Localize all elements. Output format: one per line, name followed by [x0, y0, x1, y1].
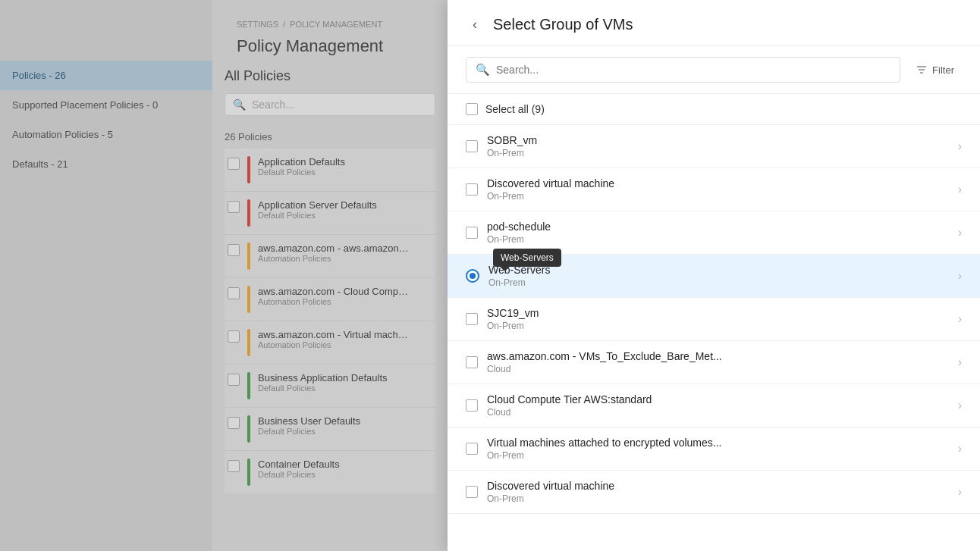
- vm-info: Discovered virtual machine On-Prem: [487, 480, 949, 504]
- drawer-header: ‹ Select Group of VMs: [448, 0, 980, 46]
- vm-list-item[interactable]: Discovered virtual machine On-Prem ›: [448, 471, 980, 514]
- back-button[interactable]: ‹: [466, 15, 484, 33]
- vm-list: SOBR_vm On-Prem › Discovered virtual mac…: [448, 125, 980, 551]
- chevron-right-icon: ›: [958, 139, 962, 153]
- select-all-row: Select all (9): [448, 94, 980, 125]
- right-drawer-panel: ‹ Select Group of VMs 🔍 Filter Select al…: [448, 0, 980, 551]
- vm-checkbox[interactable]: [466, 183, 478, 196]
- search-filter-row: 🔍 Filter: [448, 46, 980, 94]
- vm-checkbox[interactable]: [466, 443, 478, 455]
- vm-list-item[interactable]: Virtual machines attached to encrypted v…: [448, 427, 980, 471]
- vm-checkbox[interactable]: [466, 486, 478, 498]
- vm-checkbox-web-servers[interactable]: [466, 269, 479, 283]
- chevron-right-icon: ›: [958, 485, 962, 499]
- vm-info: SJC19_vm On-Prem: [487, 307, 949, 331]
- chevron-right-icon: ›: [958, 399, 962, 412]
- vm-list-item[interactable]: Discovered virtual machine On-Prem ›: [448, 168, 980, 211]
- search-icon: 🔍: [476, 63, 490, 77]
- vm-checkbox[interactable]: [466, 356, 478, 368]
- vm-checkbox[interactable]: [466, 399, 478, 412]
- vm-checkbox[interactable]: [466, 140, 478, 152]
- vm-list-item[interactable]: SOBR_vm On-Prem ›: [448, 125, 980, 168]
- chevron-right-icon: ›: [958, 226, 962, 239]
- vm-checkbox[interactable]: [466, 313, 478, 325]
- vm-info: Discovered virtual machine On-Prem: [487, 177, 949, 202]
- vm-info: pod-schedule On-Prem: [487, 221, 949, 245]
- vm-info: Web-Servers On-Prem: [488, 264, 949, 288]
- vm-checkbox[interactable]: [466, 227, 478, 239]
- select-all-label: Select all (9): [485, 103, 545, 115]
- vm-info: Cloud Compute Tier AWS:standard Cloud: [487, 393, 949, 418]
- search-input[interactable]: [496, 64, 890, 76]
- vm-list-item[interactable]: pod-schedule On-Prem ›: [448, 211, 980, 255]
- drawer-search-bar[interactable]: 🔍: [466, 57, 900, 83]
- filter-button[interactable]: Filter: [908, 59, 962, 80]
- chevron-right-icon: ›: [958, 269, 962, 283]
- drawer-title: Select Group of VMs: [493, 16, 962, 33]
- vm-list-item[interactable]: aws.amazon.com - VMs_To_Exclude_Bare_Met…: [448, 341, 980, 384]
- vm-info: aws.amazon.com - VMs_To_Exclude_Bare_Met…: [487, 350, 949, 374]
- vm-list-item[interactable]: Cloud Compute Tier AWS:standard Cloud ›: [448, 384, 980, 427]
- chevron-right-icon: ›: [958, 355, 962, 369]
- vm-info: SOBR_vm On-Prem: [487, 134, 949, 158]
- vm-list-item-web-servers[interactable]: Web-Servers On-Prem › Web-Servers: [448, 255, 980, 298]
- filter-label: Filter: [932, 64, 954, 76]
- chevron-right-icon: ›: [958, 312, 962, 326]
- chevron-right-icon: ›: [958, 442, 962, 456]
- filter-icon: [916, 64, 928, 76]
- chevron-right-icon: ›: [958, 183, 962, 196]
- overlay: [0, 0, 448, 551]
- select-all-checkbox[interactable]: [466, 103, 478, 115]
- vm-info: Virtual machines attached to encrypted v…: [487, 437, 949, 461]
- vm-list-item[interactable]: SJC19_vm On-Prem ›: [448, 298, 980, 341]
